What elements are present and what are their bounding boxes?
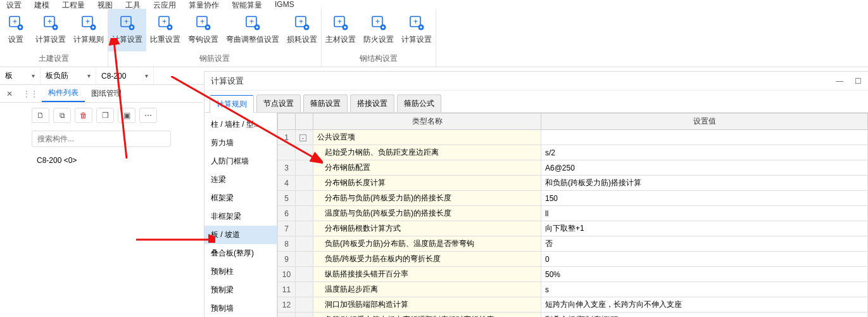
- cell-value[interactable]: 150: [541, 191, 868, 206]
- category-item[interactable]: 预制柱: [204, 262, 277, 281]
- cell-value[interactable]: 0: [541, 252, 868, 267]
- table-row[interactable]: 起始受力钢筋、负筋距支座边距离s/2: [278, 145, 868, 160]
- svg-text:+: +: [375, 17, 380, 26]
- ribbon-calc-set-2[interactable]: +计算设置: [108, 9, 146, 51]
- table-row[interactable]: 10纵筋搭接接头错开百分率50%: [278, 267, 868, 282]
- ribbon-icon: +: [370, 14, 387, 32]
- category-item[interactable]: 人防门框墙: [204, 152, 277, 171]
- table-row[interactable]: 7分布钢筋根数计算方式向下取整+1: [278, 221, 868, 236]
- cell-value[interactable]: [541, 130, 868, 145]
- ribbon-label: 计算设置: [35, 34, 66, 45]
- category-item[interactable]: 板 / 坡道: [204, 226, 277, 244]
- cell-value[interactable]: 到叠合板(预制底板)顶: [541, 313, 868, 318]
- row-number: 5: [278, 191, 296, 206]
- cell-name: 分布钢筋配置: [313, 160, 541, 176]
- row-number: 3: [278, 160, 296, 176]
- table-row[interactable]: 4分布钢筋长度计算和负筋(跨板受力筋)搭接计算: [278, 176, 868, 191]
- maximize-icon[interactable]: ☐: [855, 77, 862, 86]
- copy-icon[interactable]: ⧉: [53, 108, 71, 123]
- cell-name: 分布钢筋长度计算: [313, 176, 541, 191]
- cell-value[interactable]: ll: [541, 206, 868, 221]
- ribbon-bizhong[interactable]: +比重设置: [146, 9, 184, 51]
- filter-subtype[interactable]: 板负筋▾: [46, 70, 91, 81]
- cell-name: 分布钢筋根数计算方式: [313, 221, 541, 236]
- collapse-icon[interactable]: -: [299, 134, 306, 141]
- menu-item[interactable]: 工程量: [62, 0, 85, 9]
- delete-icon[interactable]: 🗑: [75, 108, 92, 123]
- filter-spec[interactable]: C8-200▾: [101, 72, 148, 81]
- close-icon[interactable]: ✕: [0, 89, 19, 98]
- ribbon-label: 损耗设置: [287, 34, 317, 45]
- duplicate-icon[interactable]: ❐: [96, 108, 114, 123]
- table-row[interactable]: 12洞口加强筋端部构造计算短跨方向伸入支座，长跨方向不伸入支座: [278, 297, 868, 313]
- table-row[interactable]: 8负筋(跨板受力筋)分布筋、温度筋是否带弯钩否: [278, 236, 868, 252]
- search-input[interactable]: [32, 131, 171, 147]
- ribbon-wanqutzhi[interactable]: +弯曲调整值设置: [222, 9, 283, 51]
- cell-name: 负筋(跨板受力筋)分布筋、温度筋是否带弯钩: [313, 236, 541, 252]
- dialog-tab[interactable]: 箍筋设置: [303, 94, 348, 112]
- ribbon-calc-rule-1[interactable]: +计算规则: [70, 9, 108, 51]
- list-item[interactable]: C8-200 <0>: [32, 152, 171, 169]
- tab-component-list[interactable]: 构件列表: [42, 85, 85, 102]
- cell-value[interactable]: A6@250: [541, 160, 868, 176]
- category-item[interactable]: 叠合板(整厚): [204, 244, 277, 262]
- dialog-tab[interactable]: 搭接设置: [350, 94, 394, 112]
- overflow-icon[interactable]: ⋯: [139, 108, 157, 123]
- menu-item[interactable]: 设置: [6, 0, 22, 9]
- ribbon-icon: +: [118, 14, 136, 32]
- table-row[interactable]: 5分布筋与负筋(跨板受力筋)的搭接长度150: [278, 191, 868, 206]
- tab-drawing-mgmt[interactable]: 图纸管理: [85, 85, 128, 102]
- ribbon-icon: +: [408, 14, 425, 32]
- category-item[interactable]: 剪力墙: [204, 134, 277, 152]
- ribbon-sunhao[interactable]: +损耗设置: [283, 9, 321, 51]
- svg-point-7: [54, 26, 56, 29]
- ribbon-fanghuo[interactable]: +防火设置: [360, 9, 398, 51]
- category-item[interactable]: 连梁: [204, 171, 277, 189]
- menu-item[interactable]: 云应用: [153, 0, 176, 9]
- category-item[interactable]: 预制墙: [204, 299, 277, 317]
- category-item[interactable]: 框架梁: [204, 189, 277, 207]
- ribbon-icon: +: [42, 14, 60, 32]
- new-icon[interactable]: 🗋: [32, 108, 49, 123]
- ribbon-zhucai[interactable]: +主材设置: [322, 9, 360, 51]
- cell-value[interactable]: s/2: [541, 145, 868, 160]
- cell-value[interactable]: 否: [541, 236, 868, 252]
- menu-item[interactable]: 建模: [34, 0, 49, 9]
- dialog-tab[interactable]: 计算规则: [210, 95, 254, 113]
- menu-item[interactable]: 算量协作: [189, 0, 219, 9]
- table-row[interactable]: 11温度筋起步距离s: [278, 282, 868, 297]
- cell-value[interactable]: s: [541, 282, 868, 297]
- minimize-icon[interactable]: —: [836, 77, 843, 86]
- dialog-tab[interactable]: 箍筋公式: [397, 94, 441, 112]
- ribbon-calc-set-1[interactable]: +计算设置: [32, 9, 70, 51]
- svg-point-35: [344, 26, 346, 29]
- menu-item[interactable]: IGMS: [275, 0, 294, 9]
- ribbon-label: 弯曲调整值设置: [226, 34, 279, 45]
- ribbon-wangou[interactable]: +弯钩设置: [184, 9, 222, 51]
- layout-icon[interactable]: ▣: [118, 108, 135, 123]
- dialog-tab[interactable]: 节点设置: [256, 94, 301, 112]
- table-row[interactable]: 3分布钢筋配置A6@250: [278, 160, 868, 176]
- table-row[interactable]: 1-公共设置项: [278, 130, 868, 145]
- cell-value[interactable]: 50%: [541, 267, 868, 282]
- table-row[interactable]: 9负筋/跨板受力筋在板内的弯折长度0: [278, 252, 868, 267]
- calc-settings-dialog: 计算设置 — ☐ 计算规则节点设置箍筋设置搭接设置箍筋公式 柱 / 墙柱 / 型…: [204, 71, 868, 317]
- menu-item[interactable]: 工具: [125, 0, 141, 9]
- category-item[interactable]: 预制梁: [204, 281, 277, 299]
- annotation-arrow: [133, 157, 215, 243]
- category-item[interactable]: 非框架梁: [204, 207, 277, 226]
- ribbon-calc-set-3[interactable]: +计算设置: [398, 9, 436, 51]
- drag-handle-icon[interactable]: ⋮⋮: [19, 89, 42, 98]
- filter-category[interactable]: 板▾: [5, 70, 35, 81]
- category-item[interactable]: 柱 / 墙柱 / 型...: [204, 115, 277, 134]
- menu-item[interactable]: 视图: [97, 0, 113, 9]
- table-row[interactable]: 6温度筋与负筋(跨板受力筋)的搭接长度ll: [278, 206, 868, 221]
- ribbon-icon: +: [293, 14, 311, 32]
- menu-item[interactable]: 智能算量: [232, 0, 262, 9]
- cell-value[interactable]: 和负筋(跨板受力筋)搭接计算: [541, 176, 868, 191]
- table-row[interactable]: 13负筋/跨板受力筋在板内弯折遇预制底板时弯折长度到叠合板(预制底板)顶: [278, 313, 868, 318]
- ribbon-settings-1[interactable]: +设置: [0, 9, 32, 51]
- cell-value[interactable]: 向下取整+1: [541, 221, 868, 236]
- cell-value[interactable]: 短跨方向伸入支座，长跨方向不伸入支座: [541, 297, 868, 313]
- cell-name: 负筋/跨板受力筋在板内的弯折长度: [313, 252, 541, 267]
